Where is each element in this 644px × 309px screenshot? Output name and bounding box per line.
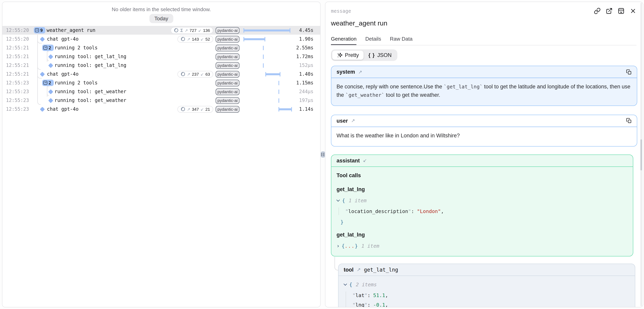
span-diamond-icon [40, 72, 45, 77]
panel-resize-handle[interactable] [320, 151, 326, 158]
tool-call-name: get_lat_lng [336, 185, 628, 194]
trace-row[interactable]: 12:55:21 running tool: get_lat_lng pydan… [2, 52, 320, 61]
collapse-badge[interactable]: 9 [34, 27, 45, 34]
trace-row[interactable]: 12:55:23 running tool: get_weather pydan… [2, 96, 320, 105]
copy-link-icon[interactable] [594, 8, 601, 14]
collapse-icon [35, 28, 39, 32]
sent-arrow-icon: ↗ [358, 69, 362, 75]
trace-row[interactable]: 12:55:20 9 weather_agent run Σ ↗727 ↙136… [2, 26, 320, 35]
row-timestamp: 12:55:23 [6, 89, 29, 94]
message-system: system ↗ Be concise, reply with one sent… [331, 66, 637, 106]
timeline-track [242, 96, 294, 105]
tokens-coin-icon [180, 37, 185, 42]
json-colon: : [411, 207, 414, 215]
tokens-received-icon: ↙ [198, 28, 202, 33]
page-title: weather_agent run [331, 20, 636, 28]
pretty-toggle-button[interactable]: Pretty [332, 51, 364, 60]
sent-arrow-icon: ↗ [357, 267, 361, 272]
collapse-badge[interactable]: 2 [42, 80, 54, 86]
trace-row[interactable]: 12:55:23 running tool: get_weather pydan… [2, 87, 320, 96]
json-viewer: ›{...}1 item [336, 242, 628, 250]
scrollbar-thumb[interactable] [640, 139, 642, 170]
tokens-sent-icon: ↗ [187, 37, 190, 41]
row-timestamp: 12:55:23 [6, 98, 29, 103]
collapse-badge[interactable]: 2 [42, 45, 54, 51]
trace-row[interactable]: 12:55:21 running tool: get_lat_lng pydan… [2, 61, 320, 70]
token-badge: ↗347 ↙21 [178, 106, 213, 113]
collapse-panel-icon[interactable] [618, 8, 624, 14]
timeline-track [242, 79, 294, 87]
duration-label: 244µs [294, 89, 314, 94]
today-button[interactable]: Today [149, 14, 173, 23]
scope-tag: pydantic-ai [216, 106, 240, 113]
span-diamond-icon [48, 98, 53, 103]
duration-label: 1.14s [294, 106, 314, 112]
trace-tree: 12:55:20 9 weather_agent run Σ ↗727 ↙136… [2, 26, 320, 114]
tab-raw-data[interactable]: Raw Data [390, 36, 412, 45]
timeline-track [242, 105, 294, 114]
duration-label: 152µs [294, 63, 314, 68]
trace-row[interactable]: 12:55:21 2 running 2 tools pydantic-ai 2… [2, 43, 320, 52]
tokens-coin-icon [174, 28, 179, 33]
json-item-count: 2 items [356, 281, 377, 288]
open-external-icon[interactable] [606, 8, 612, 14]
sent-arrow-icon: ↗ [351, 118, 355, 124]
generation-content: Pretty { } JSON system ↗ Be concise, rep… [326, 45, 643, 307]
duration-label: 2.55ms [294, 45, 314, 51]
message-header: assistant ↙ [331, 155, 633, 167]
tool-result-wrap: tool ↗ get_lat_lng {2 items "lat":51.1, … [338, 264, 635, 307]
row-timestamp: 12:55:21 [6, 54, 29, 59]
span-diamond-icon [48, 89, 53, 94]
timeline-track [242, 61, 294, 70]
json-comma: , [441, 207, 444, 215]
tokens-received: 63 [206, 72, 210, 77]
tab-generation[interactable]: Generation [331, 36, 356, 45]
tool-result-json: {2 items "lat":51.1, "lng":-0.1, } [338, 276, 635, 307]
token-badge: ↗237 ↙63 [178, 71, 213, 78]
role-label: assistant [336, 158, 360, 164]
timeline-track [242, 35, 294, 43]
json-collapsed-dots: ... [345, 242, 355, 250]
trace-row[interactable]: 12:55:20 chat gpt-4o ↗143 ↙52 pydantic-a… [2, 35, 320, 43]
sum-icon: Σ [180, 28, 183, 33]
json-colon: : [367, 291, 370, 299]
app: No older items in the selected time wind… [0, 0, 644, 309]
trace-row[interactable]: 12:55:23 chat gpt-4o ↗347 ↙21 pydantic-a… [2, 105, 320, 114]
expander-icon[interactable] [336, 198, 340, 201]
json-toggle-button[interactable]: { } JSON [364, 51, 396, 60]
json-key: lat [356, 291, 364, 299]
timeline-track [242, 87, 294, 96]
copy-button[interactable] [626, 118, 632, 124]
timeline-track [242, 26, 294, 35]
row-timestamp: 12:55:21 [6, 63, 29, 68]
tokens-coin-icon [180, 107, 185, 112]
tokens-sent-icon: ↗ [187, 107, 190, 111]
copy-button[interactable] [626, 69, 632, 75]
json-quote: " [364, 291, 367, 299]
json-quote: " [408, 207, 411, 215]
child-count: 9 [40, 28, 43, 33]
trace-row[interactable]: 12:55:21 chat gpt-4o ↗237 ↙63 pydantic-a… [2, 70, 320, 79]
close-icon[interactable] [630, 8, 636, 14]
duration-bar [244, 38, 265, 40]
row-meta: pydantic-ai 1.72ms [216, 52, 320, 61]
expander-icon[interactable]: › [336, 242, 340, 250]
row-timestamp: 12:55:23 [6, 80, 29, 86]
collapse-icon [43, 81, 47, 85]
role-label: system [336, 69, 355, 75]
json-open-brace: { [342, 242, 345, 250]
timeline-track [242, 52, 294, 61]
json-comma: , [385, 291, 388, 299]
tokens-received: 21 [206, 107, 210, 112]
trace-row[interactable]: 12:55:23 2 running 2 tools pydantic-ai 1… [2, 79, 320, 87]
span-diamond-icon [48, 54, 53, 59]
row-meta: pydantic-ai 2.55ms [216, 43, 320, 52]
duration-bar [265, 73, 280, 75]
child-count: 2 [48, 45, 51, 50]
tab-details[interactable]: Details [365, 36, 381, 45]
expander-icon[interactable] [344, 282, 347, 285]
collapse-icon [43, 46, 47, 50]
tokens-received: 136 [203, 28, 210, 33]
detail-tabs: Generation Details Raw Data [331, 36, 636, 45]
duration-bar [278, 108, 292, 110]
